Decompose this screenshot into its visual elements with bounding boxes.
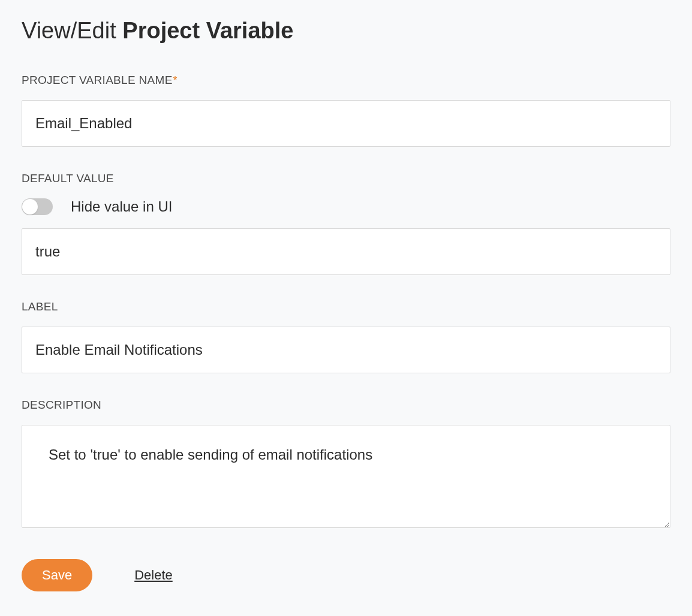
- hide-value-toggle-row: Hide value in UI: [22, 198, 670, 215]
- label-input[interactable]: [22, 327, 670, 373]
- required-marker: *: [173, 74, 177, 86]
- delete-link[interactable]: Delete: [134, 567, 173, 583]
- field-group-name: PROJECT VARIABLE NAME*: [22, 74, 670, 147]
- hide-value-toggle-label: Hide value in UI: [71, 198, 172, 215]
- name-input[interactable]: [22, 100, 670, 147]
- button-row: Save Delete: [22, 559, 670, 591]
- description-label: DESCRIPTION: [22, 398, 670, 412]
- name-label: PROJECT VARIABLE NAME*: [22, 74, 670, 87]
- field-group-label: LABEL: [22, 300, 670, 373]
- field-group-default-value: DEFAULT VALUE Hide value in UI: [22, 172, 670, 275]
- name-label-text: PROJECT VARIABLE NAME: [22, 74, 173, 86]
- page-title-bold: Project Variable: [122, 18, 293, 43]
- default-value-input[interactable]: [22, 228, 670, 275]
- page-title-prefix: View/Edit: [22, 18, 122, 43]
- save-button[interactable]: Save: [22, 559, 92, 591]
- toggle-knob-icon: [22, 199, 38, 215]
- page-title: View/Edit Project Variable: [22, 18, 670, 44]
- hide-value-toggle[interactable]: [22, 198, 53, 215]
- description-textarea[interactable]: [22, 425, 670, 528]
- default-value-label: DEFAULT VALUE: [22, 172, 670, 185]
- field-group-description: DESCRIPTION: [22, 398, 670, 530]
- label-field-label: LABEL: [22, 300, 670, 313]
